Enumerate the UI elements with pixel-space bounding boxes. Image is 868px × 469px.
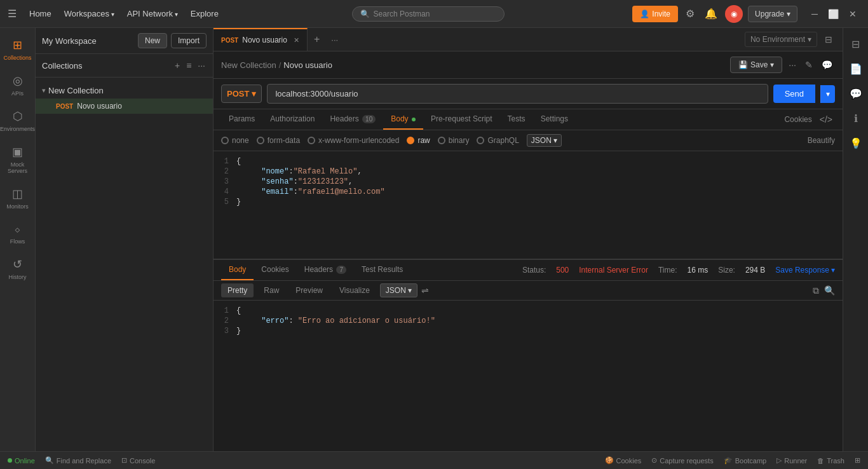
send-dropdown-button[interactable]: ▾ (820, 85, 835, 103)
environment-selector[interactable]: No Environment ▾ (745, 32, 817, 47)
radio-urlencoded (308, 137, 315, 144)
sidebar-history-label: History (8, 274, 26, 280)
body-opt-none[interactable]: none (221, 136, 249, 145)
minimize-button[interactable]: ─ (808, 8, 822, 20)
tab-novo-usuario[interactable]: POST Novo usuario ✕ (214, 28, 308, 51)
sidebar-item-apis[interactable]: ◎ APIs (3, 69, 33, 102)
info-icon[interactable]: ℹ (849, 107, 863, 130)
new-button[interactable]: New (138, 33, 167, 48)
resp-format-preview[interactable]: Preview (289, 283, 329, 297)
code-snippet-icon[interactable]: </> (817, 112, 835, 127)
add-tab-button[interactable]: + (308, 34, 326, 45)
add-collection-button[interactable]: + (173, 59, 181, 72)
comment-icon[interactable]: 💬 (819, 57, 835, 72)
menu-icon[interactable]: ☰ (8, 8, 17, 20)
copy-response-button[interactable]: ⧉ (813, 285, 819, 296)
nav-workspaces[interactable]: Workspaces (59, 6, 119, 21)
edit-icon[interactable]: ✎ (803, 57, 815, 72)
tab-headers[interactable]: Headers 10 (322, 109, 383, 130)
sidebar-apis-label: APIs (11, 90, 24, 97)
sidebar-item-flows[interactable]: ⬦ Flows (3, 217, 33, 250)
radio-none (221, 137, 229, 144)
settings-icon[interactable]: ⚙ (683, 5, 697, 22)
cookies-status-link[interactable]: 🍪 Cookies (605, 456, 642, 465)
save-response-button[interactable]: Save Response ▾ (775, 266, 835, 275)
breadcrumb: New Collection / Novo usuario (221, 60, 725, 70)
find-replace-link[interactable]: 🔍 Find and Replace (45, 456, 111, 465)
maximize-button[interactable]: ⬜ (824, 8, 843, 20)
console-icon: ⊡ (121, 456, 127, 465)
url-input[interactable] (267, 84, 768, 104)
sidebar-item-mock-servers[interactable]: ▣ Mock Servers (3, 140, 33, 179)
radio-raw (407, 137, 414, 144)
resp-format-selector[interactable]: JSON ▾ (380, 283, 417, 297)
breadcrumb-collection[interactable]: New Collection (221, 60, 276, 70)
post-method-badge: POST (56, 103, 73, 110)
runner-link[interactable]: ▷ Runner (776, 456, 807, 465)
document-icon[interactable]: 📄 (844, 58, 867, 80)
bootcamp-link[interactable]: 🎓 Bootcamp (724, 456, 767, 465)
body-opt-graphql[interactable]: GraphQL (477, 136, 519, 145)
resp-format-raw[interactable]: Raw (257, 283, 285, 297)
body-opt-binary[interactable]: binary (438, 136, 470, 145)
body-opt-urlencoded[interactable]: x-www-form-urlencoded (308, 136, 399, 145)
resp-tab-test-results[interactable]: Test Results (354, 260, 410, 280)
cookies-link[interactable]: Cookies (784, 110, 811, 129)
lightbulb-icon[interactable]: 💡 (844, 132, 867, 154)
avatar[interactable]: ◉ (725, 5, 743, 23)
layout-toggle-icon[interactable]: ⊟ (846, 33, 865, 55)
beautify-button[interactable]: Beautify (808, 136, 835, 145)
wrap-icon[interactable]: ⇌ (421, 285, 429, 296)
layout-icon[interactable]: ⊟ (822, 32, 835, 47)
collections-panel: My Workspace New Import Collections + ≡ … (36, 28, 214, 451)
console-link[interactable]: ⊡ Console (121, 456, 155, 465)
invite-button[interactable]: 👤 Invite (632, 6, 678, 22)
notifications-icon[interactable]: 🔔 (702, 5, 720, 22)
tab-tests[interactable]: Tests (500, 109, 533, 130)
comment-sidebar-icon[interactable]: 💬 (844, 83, 867, 105)
nav-home[interactable]: Home (24, 6, 57, 21)
sort-icon[interactable]: ≡ (185, 59, 193, 72)
body-opt-form-data[interactable]: form-data (257, 136, 300, 145)
format-selector[interactable]: JSON ▾ (527, 134, 562, 147)
capture-requests-link[interactable]: ⊙ Capture requests (651, 456, 713, 465)
resp-format-pretty[interactable]: Pretty (221, 283, 254, 297)
more-options-icon[interactable]: ··· (786, 57, 799, 72)
sidebar-item-collections[interactable]: ⊞ Collections (3, 33, 33, 66)
resp-tab-body[interactable]: Body (221, 260, 254, 280)
save-button[interactable]: 💾 Save ▾ (730, 57, 782, 73)
resp-format-visualize[interactable]: Visualize (333, 283, 376, 297)
list-item[interactable]: POST Novo usuario (36, 99, 213, 114)
expand-statusbar-icon[interactable]: ⊞ (855, 456, 860, 465)
body-opt-raw[interactable]: raw (407, 136, 430, 145)
nav-api-network[interactable]: API Network (122, 6, 183, 21)
send-button[interactable]: Send (773, 85, 815, 103)
collection-new-collection[interactable]: ▾ New Collection (36, 83, 213, 99)
tab-pre-request-script[interactable]: Pre-request Script (423, 109, 500, 130)
request-body-editor[interactable]: 1 { 2 "nome":"Rafael Mello", 3 "senha":"… (214, 151, 843, 259)
close-button[interactable]: ✕ (845, 8, 860, 20)
tab-settings[interactable]: Settings (533, 109, 576, 130)
upgrade-button[interactable]: Upgrade ▾ (748, 6, 797, 22)
search-response-button[interactable]: 🔍 (824, 285, 835, 296)
console-label: Console (130, 457, 155, 465)
resp-tab-cookies[interactable]: Cookies (254, 260, 296, 280)
close-tab-icon[interactable]: ✕ (294, 36, 299, 44)
sidebar-item-environments[interactable]: ⬡ Environments (3, 104, 33, 137)
more-options-icon[interactable]: ··· (196, 59, 207, 72)
nav-explore[interactable]: Explore (186, 6, 224, 21)
bootcamp-label: Bootcamp (735, 457, 767, 465)
tab-overflow-icon[interactable]: ··· (326, 35, 343, 44)
sidebar-item-monitors[interactable]: ◫ Monitors (3, 182, 33, 215)
search-box[interactable]: 🔍 Search Postman (352, 6, 505, 22)
import-button[interactable]: Import (171, 33, 207, 48)
trash-link[interactable]: 🗑 Trash (817, 457, 844, 465)
sidebar-item-history[interactable]: ↺ History (3, 252, 33, 285)
tab-authorization[interactable]: Authorization (262, 109, 322, 130)
tab-params[interactable]: Params (221, 109, 262, 130)
resp-tab-headers[interactable]: Headers 7 (297, 260, 354, 280)
radio-binary (438, 137, 445, 144)
tab-body[interactable]: Body (383, 109, 423, 130)
tab-bar-right: No Environment ▾ ⊟ (737, 32, 843, 47)
method-selector[interactable]: POST ▾ (221, 85, 262, 103)
